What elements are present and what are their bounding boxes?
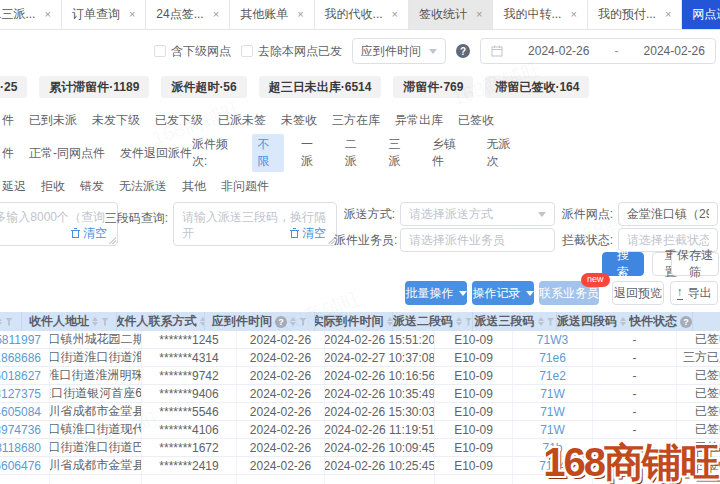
waybill-link[interactable]: 63127375 (0, 385, 50, 402)
export-button[interactable]: ↑ 导出 (670, 281, 718, 305)
waybill-link[interactable]: 04605084 (0, 403, 50, 420)
stat-pill[interactable]: 累计滞留件·1189 (39, 76, 149, 98)
frequency-option[interactable]: 无派次 (482, 134, 524, 172)
close-icon[interactable]: × (392, 9, 398, 20)
status-filter-link[interactable]: 未发下级 (92, 112, 140, 129)
filter-icon[interactable] (299, 318, 307, 326)
column-header[interactable]: 单号 ? (0, 312, 22, 331)
column-header[interactable]: 派送三段码 ? (473, 312, 557, 331)
frequency-option[interactable]: 一派 (296, 134, 328, 172)
courier-input[interactable] (400, 228, 555, 252)
frequency-option[interactable]: 不限 (252, 134, 284, 172)
date-to[interactable]: 2024-02-26 (644, 44, 705, 58)
close-icon[interactable]: × (213, 9, 219, 20)
time-type-select[interactable]: 应到件时间 (352, 38, 446, 64)
checkbox-icon[interactable] (241, 45, 253, 57)
operation-log-button[interactable]: 操作记录 (472, 281, 534, 305)
column-header[interactable]: 应到件时间 ? (205, 312, 315, 331)
status-filter-link[interactable]: 已派未签 (218, 112, 266, 129)
seg3-code-link[interactable]: 71e6 (513, 349, 593, 366)
include-sub-sites-checkbox[interactable]: 含下级网点 (154, 43, 231, 60)
status-filter-link[interactable]: 件 (2, 112, 14, 129)
filter-icon[interactable] (5, 318, 13, 326)
type-filter-link[interactable]: 发件退回派件 (120, 145, 192, 162)
problem-filter-link[interactable]: 无法派送 (119, 178, 167, 195)
sort-icon[interactable] (538, 314, 544, 329)
stat-pill[interactable]: 超三日未出库·6514 (259, 76, 382, 98)
problem-filter-link[interactable]: 非问题件 (221, 178, 269, 195)
filter-icon[interactable] (465, 318, 472, 326)
stat-pill[interactable]: 滞留已签收·164 (485, 76, 589, 98)
seg3-query-textarea[interactable]: 请输入派送三段码，换行隔开 清空 (173, 202, 337, 246)
batch-actions-button[interactable]: 批量操作 (405, 281, 467, 305)
table-row[interactable]: 04605084 四川省成都市金堂县... *******5546 2024-0… (0, 403, 720, 421)
sort-icon[interactable] (387, 314, 393, 329)
seg3-code-link[interactable]: 71e2 (513, 367, 593, 384)
status-filter-link[interactable]: 异常出库 (395, 112, 443, 129)
sort-icon[interactable] (0, 314, 2, 329)
seg3-code-link[interactable]: 71W3 (513, 331, 593, 348)
help-icon[interactable]: ? (680, 316, 692, 328)
help-icon[interactable]: ? (456, 44, 470, 58)
close-icon[interactable]: × (44, 9, 50, 20)
help-icon[interactable]: ? (275, 316, 287, 328)
clear-button[interactable]: 清空 (290, 225, 326, 241)
close-icon[interactable]: × (297, 9, 303, 20)
problem-filter-link[interactable]: 错发 (80, 178, 104, 195)
seg3-code-link[interactable]: 71W (513, 385, 593, 402)
tab[interactable]: 我的预付... × (587, 0, 681, 29)
exclude-sent-checkbox[interactable]: 去除本网点已发 (241, 43, 342, 60)
close-icon[interactable]: × (665, 9, 671, 20)
column-header[interactable]: 快件状态 ? (629, 312, 693, 331)
tab[interactable]: 其他账单 × (229, 0, 313, 29)
problem-filter-link[interactable]: 延迟 (2, 178, 26, 195)
problem-filter-link[interactable]: 其他 (182, 178, 206, 195)
column-header[interactable]: 收件人联系方式 ? (117, 312, 205, 331)
column-header[interactable]: 实际到件时间 ? (315, 312, 393, 331)
stat-pill[interactable]: 派件超时·56 (161, 76, 246, 98)
sort-icon[interactable] (290, 314, 296, 329)
save-filter-button[interactable]: 保存速筛 (671, 252, 719, 276)
table-row[interactable]: 63127375 淮口街道银河首座6... *******9406 2024-0… (0, 385, 720, 403)
seg3-code-link[interactable]: 71W (513, 421, 593, 438)
column-header[interactable]: 收件人地址 ? (22, 312, 117, 331)
waybill-link[interactable]: 71868686 (0, 349, 50, 366)
date-from[interactable]: 2024-02-26 (528, 44, 589, 58)
waybill-link[interactable]: 06018627 (0, 367, 50, 384)
tab[interactable]: 签收统计 × (408, 0, 492, 29)
site-input[interactable] (618, 202, 718, 226)
filter-icon[interactable] (547, 318, 555, 326)
problem-filter-link[interactable]: 拒收 (41, 178, 65, 195)
checkbox-icon[interactable] (154, 45, 166, 57)
stat-pill[interactable]: 滞留件·769 (393, 76, 473, 98)
tab[interactable]: 网点进港... × (681, 0, 720, 29)
frequency-option[interactable]: 乡镇件 (427, 134, 469, 172)
delivery-method-select[interactable]: 请选择派送方式 (400, 202, 555, 226)
status-filter-link[interactable]: 已签收 (458, 112, 494, 129)
status-filter-link[interactable]: 未签收 (281, 112, 317, 129)
type-filter-link[interactable]: 正常-同网点件 (29, 145, 105, 162)
table-row[interactable]: 06018627 淮口街道淮洲明珠 *******9742 2024-02-26… (0, 367, 720, 385)
date-range-picker[interactable]: 2024-02-26 - 2024-02-26 (480, 38, 716, 64)
type-filter-link[interactable]: 件 (2, 145, 14, 162)
table-row[interactable]: 95811997 淮口镇州城花园二期... *******1245 2024-0… (0, 331, 720, 349)
waybill-link[interactable]: - (0, 475, 50, 484)
stat-pill[interactable]: 查询·25 (0, 76, 27, 98)
sort-icon[interactable] (92, 314, 98, 329)
waybill-link[interactable]: 38974736 (0, 421, 50, 438)
seg3-code-link[interactable]: 71W (513, 403, 593, 420)
close-icon[interactable]: × (476, 9, 482, 20)
status-filter-link[interactable]: 三方在库 (332, 112, 380, 129)
close-icon[interactable]: × (129, 9, 135, 20)
waybill-link[interactable]: 95811997 (0, 331, 50, 348)
table-row[interactable]: 38974736 淮口镇淮口街道现代... *******4106 2024-0… (0, 421, 720, 439)
frequency-option[interactable]: 三派 (383, 134, 415, 172)
column-header[interactable]: 派送四段码 ? (557, 312, 629, 331)
status-filter-link[interactable]: 已发下级 (155, 112, 203, 129)
tab[interactable]: 我的代收... × (314, 0, 408, 29)
filter-icon[interactable] (101, 318, 109, 326)
column-header[interactable]: 派送二段码 ? (393, 312, 473, 331)
status-filter-link[interactable]: 已到未派 (29, 112, 77, 129)
tab[interactable]: 订单查询 × (61, 0, 145, 29)
tab[interactable]: 24点签... × (145, 0, 229, 29)
